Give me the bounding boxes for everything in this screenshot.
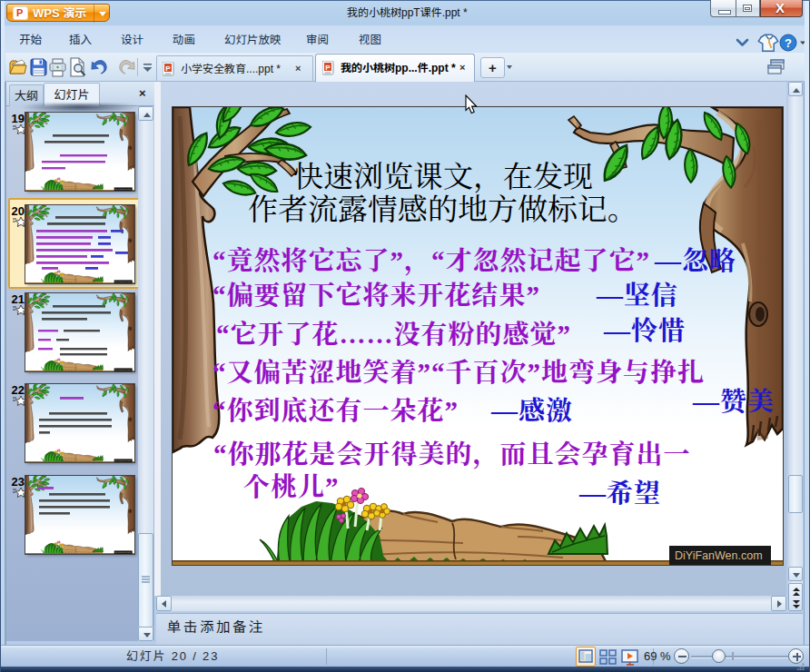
- svg-text:P: P: [325, 64, 331, 72]
- svg-text:DiYiFanWen.com: DiYiFanWen.com: [675, 549, 763, 562]
- svg-text:P: P: [165, 64, 171, 73]
- svg-text:?: ?: [785, 36, 792, 50]
